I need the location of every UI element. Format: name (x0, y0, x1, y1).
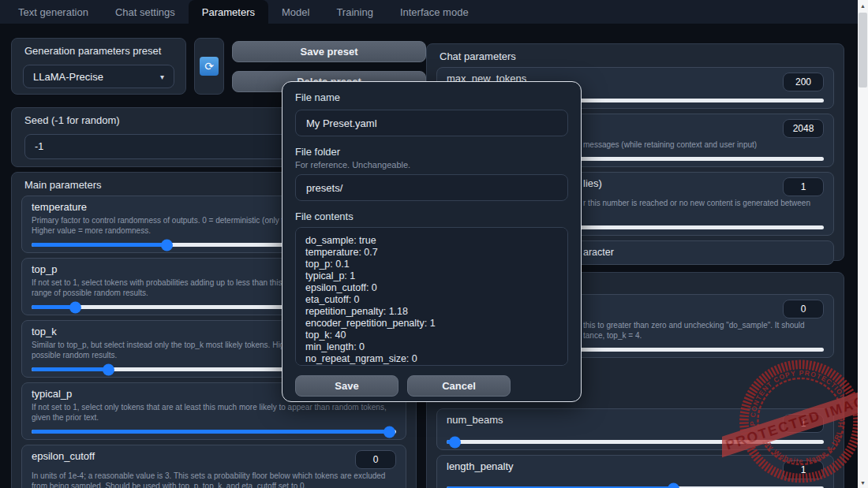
param-label: lies) (583, 177, 602, 190)
slider-thumb[interactable] (383, 426, 395, 438)
length-penalty-value[interactable] (783, 460, 824, 479)
param-description: messages (while retaining context and us… (583, 140, 824, 150)
refresh-icon: ⟳ (204, 60, 214, 73)
param-card-length-penalty: length_penalty (436, 455, 834, 488)
chevron-down-icon: ▾ (160, 73, 164, 81)
file-folder-input[interactable] (295, 174, 568, 201)
preset-dropdown[interactable]: LLaMA-Precise ▾ (23, 65, 174, 88)
param-description: If not set to 1, select only tokens that… (32, 402, 396, 423)
modal-cancel-button[interactable]: Cancel (407, 375, 511, 397)
num-beams-slider[interactable] (447, 440, 824, 444)
tab-parameters[interactable]: Parameters (189, 0, 268, 24)
preset-label: Generation parameters preset (12, 39, 185, 61)
param-card-epsilon-cutoff: epsilon_cutoff In units of 1e-4; a reaso… (21, 445, 406, 488)
slider-fill (32, 430, 389, 434)
file-contents-label: File contents (295, 210, 568, 222)
save-preset-button[interactable]: Save preset (232, 41, 426, 62)
scroll-up-icon[interactable]: ▲ (858, 0, 868, 11)
param-label: num_beams (447, 414, 503, 427)
slider-fill (32, 305, 75, 309)
num-beams-value[interactable] (783, 414, 824, 433)
generation-attempts-value[interactable] (783, 177, 824, 196)
prompt-size-value[interactable] (783, 119, 824, 138)
slider-thumb[interactable] (69, 301, 81, 313)
chat-parameters-title: Chat parameters (427, 44, 844, 67)
file-contents-textarea[interactable]: do_sample: true temperature: 0.7 top_p: … (295, 227, 568, 366)
slider-thumb[interactable] (103, 363, 114, 375)
save-preset-modal: File name File folder For reference. Unc… (282, 81, 582, 402)
scrollbar-thumb[interactable] (859, 13, 867, 88)
tab-model[interactable]: Model (268, 0, 323, 24)
scroll-down-icon[interactable]: ▼ (858, 477, 868, 488)
tab-chat-settings[interactable]: Chat settings (102, 0, 189, 24)
slider-thumb[interactable] (161, 239, 173, 251)
param-card-num-beams: num_beams (436, 408, 834, 450)
file-folder-label: File folder (295, 146, 568, 158)
checkbox-label: aracter (583, 246, 824, 259)
modal-save-button[interactable]: Save (295, 375, 398, 397)
slider-thumb[interactable] (668, 482, 679, 488)
slider-fill (32, 243, 166, 247)
refresh-panel: ⟳ (194, 38, 224, 95)
param-description: this to greater than zero and unchecking… (583, 320, 824, 341)
file-folder-note: For reference. Unchangeable. (295, 160, 568, 169)
tab-bar: Text generation Chat settings Parameters… (0, 0, 858, 24)
modal-buttons: Save Cancel (295, 375, 568, 397)
tab-interface-mode[interactable]: Interface mode (387, 0, 482, 24)
scrollbar[interactable]: ▲ ▼ (858, 0, 868, 488)
max-new-tokens-value[interactable] (783, 73, 824, 91)
file-name-input[interactable] (295, 110, 568, 136)
penalty-alpha-value[interactable] (783, 300, 824, 319)
slider-fill (32, 367, 108, 371)
slider-fill (447, 440, 455, 444)
file-name-label: File name (295, 91, 568, 103)
slider-thumb[interactable] (449, 436, 461, 448)
refresh-presets-button[interactable]: ⟳ (200, 57, 219, 76)
epsilon-cutoff-value[interactable] (355, 450, 396, 469)
param-label: epsilon_cutoff (32, 450, 95, 463)
typical-p-slider[interactable] (32, 430, 396, 434)
preset-dropdown-value: LLaMA-Precise (33, 71, 103, 83)
tab-training[interactable]: Training (323, 0, 386, 24)
param-description: r this number is reached or no new conte… (583, 198, 824, 218)
preset-panel: Generation parameters preset LLaMA-Preci… (11, 38, 186, 95)
parameters-page: { "tabs": [ {"label": "Text generation"}… (0, 0, 868, 488)
tab-text-generation[interactable]: Text generation (5, 0, 102, 24)
param-label: length_penalty (447, 460, 514, 473)
param-description: In units of 1e-4; a reasonable value is … (32, 471, 396, 488)
